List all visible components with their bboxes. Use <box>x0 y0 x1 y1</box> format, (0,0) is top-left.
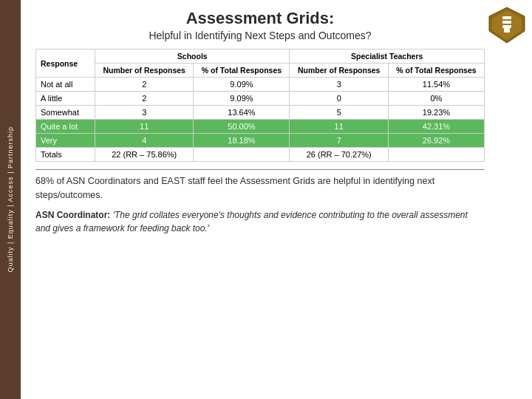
table-row-num1: 4 <box>95 134 194 148</box>
page-title: Assessment Grids: <box>35 9 485 28</box>
page-subtitle: Helpful in Identifying Next Steps and Ou… <box>35 30 485 41</box>
table-row-pct1 <box>194 148 290 162</box>
table-row: Quite a lot 11 50.00% 11 42.31% <box>36 120 485 134</box>
col-header-response: Response <box>36 50 95 78</box>
stat-text: 68% of ASN Coordinators and EAST staff f… <box>35 174 485 202</box>
quote-text: ASN Coordinator: 'The grid collates ever… <box>35 208 485 235</box>
col-header-schools: Schools <box>95 50 290 64</box>
table-row-pct1: 13.64% <box>194 106 290 120</box>
table-row-num2: 3 <box>290 78 388 92</box>
table-row-num1: 2 <box>95 78 194 92</box>
stat-text-content: 68% of ASN Coordinators and EAST staff f… <box>35 176 434 200</box>
table-row-pct1: 50.00% <box>194 120 290 134</box>
table-row-num2: 7 <box>290 134 388 148</box>
table-row: Totals 22 (RR – 75.86%) 26 (RR – 70.27%) <box>36 148 485 162</box>
table-row: Very 4 18.18% 7 26.92% <box>36 134 485 148</box>
table-row: Not at all 2 9.09% 3 11.54% <box>36 78 485 92</box>
sidebar: Quality | Equality | Access | Partnershi… <box>0 0 21 399</box>
table-row-label: Totals <box>36 148 95 162</box>
divider <box>35 169 485 170</box>
table-row-pct2: 19.23% <box>388 106 484 120</box>
table-row: Somewhat 3 13.64% 5 19.23% <box>36 106 485 120</box>
table-row-num2: 11 <box>290 120 388 134</box>
main-content: Assessment Grids: Helpful in Identifying… <box>21 0 532 399</box>
table-row-label: Not at all <box>36 78 95 92</box>
table-row-num2: 26 (RR – 70.27%) <box>290 148 388 162</box>
table-row-pct2: 11.54% <box>388 78 484 92</box>
table-row-label: Somewhat <box>36 106 95 120</box>
col-subheader-pct2: % of Total Responses <box>388 64 484 78</box>
table-row-num1: 3 <box>95 106 194 120</box>
table-row-pct1: 9.09% <box>194 92 290 106</box>
table-row-pct1: 9.09% <box>194 78 290 92</box>
table-row-pct1: 18.18% <box>194 134 290 148</box>
col-subheader-pct1: % of Total Responses <box>194 64 290 78</box>
table-row-label: Very <box>36 134 95 148</box>
table-row-num1: 2 <box>95 92 194 106</box>
data-table-wrap: Response Schools Specialist Teachers Num… <box>35 49 485 162</box>
table-row-label: Quite a lot <box>36 120 95 134</box>
table-row-pct2: 42.31% <box>388 120 484 134</box>
data-table: Response Schools Specialist Teachers Num… <box>35 49 485 162</box>
quote-intro: ASN Coordinator: <box>35 210 113 220</box>
col-subheader-num1: Number of Responses <box>95 64 194 78</box>
table-row-pct2: 26.92% <box>388 134 484 148</box>
col-subheader-num2: Number of Responses <box>290 64 388 78</box>
col-header-specialist: Specialist Teachers <box>290 50 485 64</box>
table-row-num2: 0 <box>290 92 388 106</box>
table-row-num1: 22 (RR – 75.86%) <box>95 148 194 162</box>
table-row: A little 2 9.09% 0 0% <box>36 92 485 106</box>
table-row-pct2 <box>388 148 484 162</box>
table-row-num2: 5 <box>290 106 388 120</box>
table-row-pct2: 0% <box>388 92 484 106</box>
table-row-label: A little <box>36 92 95 106</box>
sidebar-text: Quality | Equality | Access | Partnershi… <box>7 126 14 273</box>
table-row-num1: 11 <box>95 120 194 134</box>
